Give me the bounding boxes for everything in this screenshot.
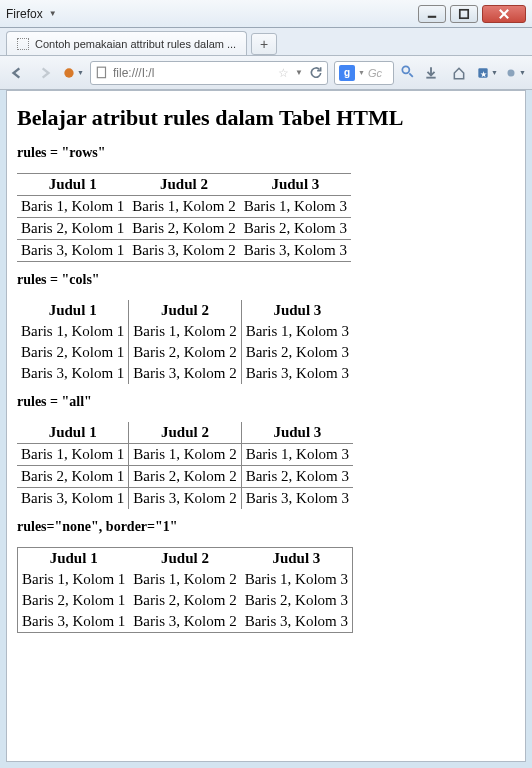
app-name: Firefox (6, 7, 43, 21)
td: Baris 2, Kolom 2 (129, 466, 241, 488)
page-content: Belajar atribut rules dalam Tabel HTML r… (7, 91, 525, 651)
td: Baris 2, Kolom 1 (17, 218, 128, 240)
page-heading: Belajar atribut rules dalam Tabel HTML (17, 105, 515, 131)
bookmarks-button[interactable]: ★ ▼ (476, 62, 498, 84)
url-bar[interactable]: file:///I:/l ☆ ▼ (90, 61, 328, 85)
tab-strip: Contoh pemakaian attribut rules dalam ..… (0, 28, 532, 56)
maximize-button[interactable] (450, 5, 478, 23)
td: Baris 3, Kolom 1 (17, 363, 129, 384)
td: Baris 1, Kolom 3 (241, 569, 353, 590)
download-icon (424, 66, 438, 80)
svg-rect-1 (460, 9, 468, 17)
th: Judul 2 (129, 548, 240, 570)
th: Judul 1 (17, 422, 129, 444)
table-header-row: Judul 1 Judul 2 Judul 3 (17, 174, 351, 196)
chevron-down-icon: ▼ (49, 9, 57, 18)
section-caption-all: rules = "all" (17, 394, 515, 410)
section-caption-rows: rules = "rows" (17, 145, 515, 161)
favicon-placeholder-icon (17, 38, 29, 50)
td: Baris 1, Kolom 3 (241, 444, 353, 466)
td: Baris 3, Kolom 1 (17, 488, 129, 510)
td: Baris 3, Kolom 2 (128, 240, 239, 262)
google-icon: g (339, 65, 355, 81)
arrow-left-icon (10, 66, 24, 80)
table-rules-cols: Judul 1 Judul 2 Judul 3 Baris 1, Kolom 1… (17, 300, 353, 384)
maximize-icon (457, 7, 471, 21)
td: Baris 3, Kolom 3 (241, 363, 353, 384)
td: Baris 2, Kolom 1 (17, 466, 129, 488)
th: Judul 3 (241, 422, 353, 444)
table-row: Baris 3, Kolom 1Baris 3, Kolom 2Baris 3,… (17, 363, 353, 384)
chevron-down-icon: ▼ (519, 69, 526, 76)
td: Baris 1, Kolom 1 (17, 196, 128, 218)
extension-button[interactable]: ▼ (504, 62, 526, 84)
new-tab-button[interactable]: + (251, 33, 277, 55)
forward-button[interactable] (34, 62, 56, 84)
th: Judul 2 (129, 422, 241, 444)
th: Judul 2 (129, 300, 241, 321)
td: Baris 2, Kolom 2 (128, 218, 239, 240)
back-button[interactable] (6, 62, 28, 84)
td: Baris 3, Kolom 2 (129, 611, 240, 633)
td: Baris 3, Kolom 1 (18, 611, 130, 633)
downloads-button[interactable] (420, 62, 442, 84)
td: Baris 2, Kolom 3 (240, 218, 351, 240)
app-menu[interactable]: Firefox ▼ (6, 7, 57, 21)
minimize-button[interactable] (418, 5, 446, 23)
bookmark-star-icon: ★ (476, 66, 490, 80)
table-row: Baris 3, Kolom 1Baris 3, Kolom 2Baris 3,… (17, 240, 351, 262)
td: Baris 2, Kolom 3 (241, 590, 353, 611)
th: Judul 1 (17, 174, 128, 196)
th: Judul 3 (241, 548, 353, 570)
th: Judul 2 (128, 174, 239, 196)
td: Baris 2, Kolom 2 (129, 342, 241, 363)
plus-icon: + (260, 36, 268, 52)
arrow-right-icon (38, 66, 52, 80)
th: Judul 3 (240, 174, 351, 196)
table-row: Baris 2, Kolom 1Baris 2, Kolom 2Baris 2,… (18, 590, 353, 611)
table-header-row: Judul 1 Judul 2 Judul 3 (17, 300, 353, 321)
search-go-button[interactable] (400, 64, 414, 81)
close-icon (497, 7, 511, 21)
td: Baris 2, Kolom 1 (18, 590, 130, 611)
svg-point-6 (402, 66, 409, 73)
td: Baris 1, Kolom 2 (129, 569, 240, 590)
magnify-icon (400, 64, 414, 78)
extension-icon (504, 66, 518, 80)
search-box[interactable]: g ▼ Gc (334, 61, 394, 85)
td: Baris 2, Kolom 3 (241, 342, 353, 363)
firebug-button[interactable]: ▼ (62, 62, 84, 84)
td: Baris 2, Kolom 3 (241, 466, 353, 488)
minimize-icon (425, 7, 439, 21)
table-header-row: Judul 1 Judul 2 Judul 3 (17, 422, 353, 444)
td: Baris 2, Kolom 1 (17, 342, 129, 363)
table-rules-none: Judul 1 Judul 2 Judul 3 Baris 1, Kolom 1… (17, 547, 353, 633)
page-viewport[interactable]: Belajar atribut rules dalam Tabel HTML r… (6, 90, 526, 762)
svg-rect-5 (97, 67, 105, 78)
th: Judul 1 (17, 300, 129, 321)
th: Judul 3 (241, 300, 353, 321)
svg-line-7 (409, 73, 413, 77)
table-row: Baris 1, Kolom 1Baris 1, Kolom 2Baris 1,… (17, 196, 351, 218)
table-row: Baris 2, Kolom 1Baris 2, Kolom 2Baris 2,… (17, 342, 353, 363)
browser-tab[interactable]: Contoh pemakaian attribut rules dalam ..… (6, 31, 247, 55)
page-icon (95, 66, 109, 80)
home-button[interactable] (448, 62, 470, 84)
chevron-down-icon[interactable]: ▼ (295, 68, 303, 77)
home-icon (452, 66, 466, 80)
svg-text:★: ★ (480, 69, 487, 78)
table-row: Baris 2, Kolom 1Baris 2, Kolom 2Baris 2,… (17, 466, 353, 488)
close-button[interactable] (482, 5, 526, 23)
window-titlebar: Firefox ▼ (0, 0, 532, 28)
td: Baris 1, Kolom 1 (17, 444, 129, 466)
section-caption-none: rules="none", border="1" (17, 519, 515, 535)
table-rules-rows: Judul 1 Judul 2 Judul 3 Baris 1, Kolom 1… (17, 173, 351, 262)
star-icon[interactable]: ☆ (278, 66, 289, 80)
td: Baris 1, Kolom 2 (129, 321, 241, 342)
search-placeholder: Gc (368, 67, 382, 79)
chevron-down-icon[interactable]: ▼ (358, 69, 365, 76)
table-row: Baris 2, Kolom 1Baris 2, Kolom 2Baris 2,… (17, 218, 351, 240)
svg-point-11 (508, 69, 515, 76)
reload-icon[interactable] (309, 66, 323, 80)
td: Baris 1, Kolom 3 (240, 196, 351, 218)
